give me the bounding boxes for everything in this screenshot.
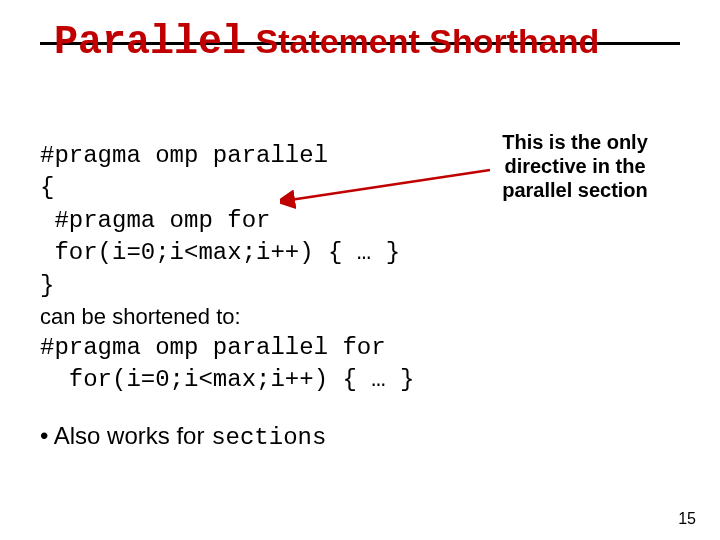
slide-title: Parallel Statement Shorthand [50,20,603,65]
bullet-mono: sections [211,424,326,451]
title-part-rest: Statement Shorthand [246,22,599,60]
bullet-prefix: • Also works for [40,422,211,449]
code1-line4: for(i=0;i<max;i++) { … } [40,237,680,269]
code1-line3: #pragma omp for [40,205,680,237]
title-area: Parallel Statement Shorthand [40,20,680,65]
code1-line5: } [40,270,680,302]
code2-line2: for(i=0;i<max;i++) { … } [40,364,680,396]
title-part-mono: Parallel [54,20,246,65]
code2-line1: #pragma omp parallel for [40,332,680,364]
bullet-line: • Also works for sections [40,420,680,454]
callout-text: This is the only directive in the parall… [490,130,660,202]
shorten-label: can be shortened to: [40,302,680,332]
page-number: 15 [678,510,696,528]
